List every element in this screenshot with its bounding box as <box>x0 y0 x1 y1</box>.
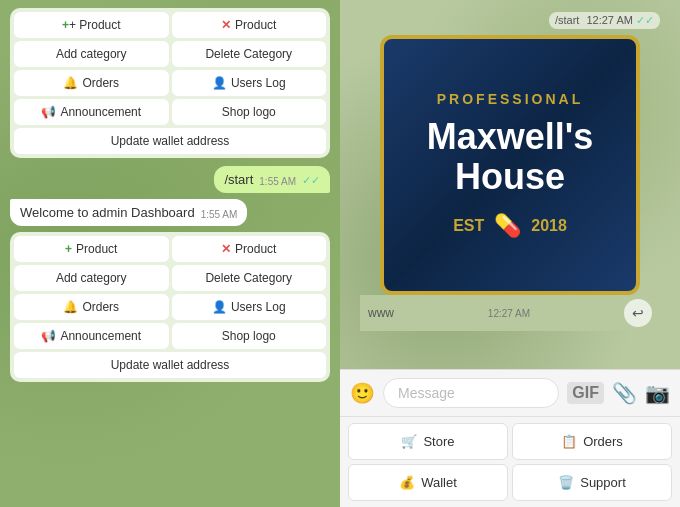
start-time-row: /start 12:27 AM ✓✓ <box>360 12 660 29</box>
wallet-button[interactable]: 💰 Wallet <box>348 464 508 501</box>
x-icon-2: ✕ <box>221 242 231 256</box>
store-button[interactable]: 🛒 Store <box>348 423 508 460</box>
orders-button[interactable]: 📋 Orders <box>512 423 672 460</box>
emoji-button[interactable]: 🙂 <box>350 381 375 405</box>
check-icon-right: ✓✓ <box>636 14 654 26</box>
delete-product-btn-1[interactable]: ✕ Product <box>172 12 327 38</box>
add-product-btn-2[interactable]: + Product <box>14 236 169 262</box>
inline-keyboard-2: + Product ✕ Product Add category Delete … <box>10 232 330 382</box>
orders-icon: 📋 <box>561 434 577 449</box>
users-log-btn-2[interactable]: 👤 Users Log <box>172 294 327 320</box>
add-product-btn-1[interactable]: + + Product <box>14 12 169 38</box>
store-icon: 🛒 <box>401 434 417 449</box>
update-wallet-btn-1[interactable]: Update wallet address <box>14 128 326 154</box>
maxwell-logo-card: PROFESSIONAL Maxwell's House EST 💊 2018 <box>380 35 640 295</box>
delete-category-btn-2[interactable]: Delete Category <box>172 265 327 291</box>
camera-button[interactable]: 📷 <box>645 381 670 405</box>
plus-icon: + <box>62 18 69 32</box>
logo-message-area: /start 12:27 AM ✓✓ PROFESSIONAL Maxwell'… <box>340 0 680 369</box>
delete-product-btn-2[interactable]: ✕ Product <box>172 236 327 262</box>
start-bubble: /start 1:55 AM ✓✓ <box>214 166 330 193</box>
wallet-icon: 💰 <box>399 475 415 490</box>
add-category-btn-2[interactable]: Add category <box>14 265 169 291</box>
capsule-icon: 💊 <box>494 213 521 239</box>
announcement-btn-2[interactable]: 📢 Announcement <box>14 323 169 349</box>
support-icon: 🗑️ <box>558 475 574 490</box>
www-row: www 12:27 AM ↩ <box>360 295 660 331</box>
start-message: /start 1:55 AM ✓✓ <box>10 166 330 193</box>
forward-button[interactable]: ↩ <box>624 299 652 327</box>
support-button[interactable]: 🗑️ Support <box>512 464 672 501</box>
orders-btn-1[interactable]: 🔔 Orders <box>14 70 169 96</box>
shop-logo-btn-2[interactable]: Shop logo <box>172 323 327 349</box>
message-input[interactable]: Message <box>383 378 559 408</box>
welcome-message-block: Welcome to admin Dashboard 1:55 AM <box>10 199 330 226</box>
gif-button[interactable]: GIF <box>567 382 604 404</box>
shop-logo-btn-1[interactable]: Shop logo <box>172 99 327 125</box>
orders-btn-2[interactable]: 🔔 Orders <box>14 294 169 320</box>
attach-button[interactable]: 📎 <box>612 381 637 405</box>
plus-icon-2: + <box>65 242 72 256</box>
message-input-bar: 🙂 Message GIF 📎 📷 <box>340 369 680 416</box>
logo-title: Maxwell's House <box>427 117 594 196</box>
bottom-keyboard: 🛒 Store 📋 Orders 💰 Wallet 🗑️ Support <box>340 416 680 507</box>
delete-category-btn-1[interactable]: Delete Category <box>172 41 327 67</box>
right-chat-panel: /start 12:27 AM ✓✓ PROFESSIONAL Maxwell'… <box>340 0 680 507</box>
left-chat-panel: + + Product ✕ Product Add category Delet… <box>0 0 340 507</box>
add-category-btn-1[interactable]: Add category <box>14 41 169 67</box>
users-log-btn-1[interactable]: 👤 Users Log <box>172 70 327 96</box>
inline-keyboard-1: + + Product ✕ Product Add category Delet… <box>10 8 330 158</box>
check-icon: ✓✓ <box>302 174 320 187</box>
update-wallet-btn-2[interactable]: Update wallet address <box>14 352 326 378</box>
announcement-btn-1[interactable]: 📢 Announcement <box>14 99 169 125</box>
logo-est-row: EST 💊 2018 <box>453 213 567 239</box>
messages-scroll: + + Product ✕ Product Add category Delet… <box>10 8 330 499</box>
welcome-bubble: Welcome to admin Dashboard 1:55 AM <box>10 199 247 226</box>
x-icon: ✕ <box>221 18 231 32</box>
